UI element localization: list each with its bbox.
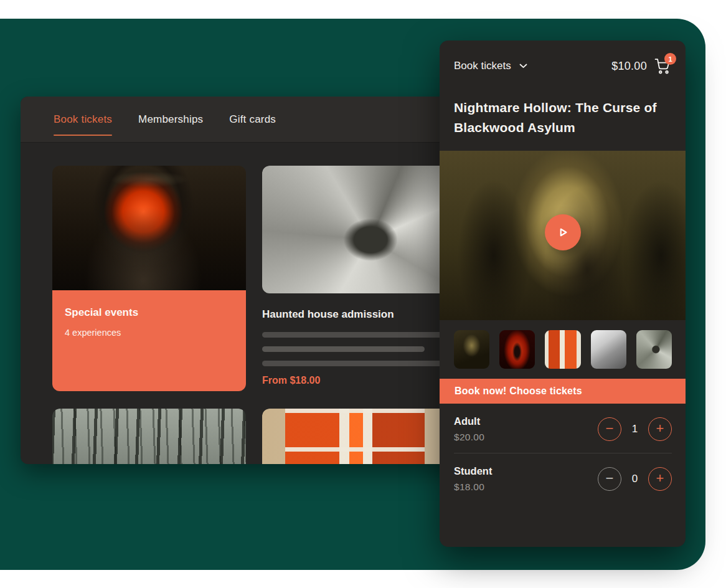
thumbnail-red-lit-doors[interactable] xyxy=(545,330,580,369)
cart-total: $10.00 xyxy=(611,60,647,73)
chevron-down-icon xyxy=(519,64,527,69)
decrease-quantity-button[interactable]: − xyxy=(598,467,621,491)
pumpkin-figure-image xyxy=(52,166,246,290)
quantity-value: 1 xyxy=(631,423,639,435)
ticket-info: Adult $20.00 xyxy=(454,415,484,443)
description-placeholder xyxy=(262,332,456,366)
skeleton-line xyxy=(262,332,456,338)
skeleton-line xyxy=(262,346,425,352)
ticket-name: Adult xyxy=(454,415,484,427)
increase-quantity-button[interactable]: + xyxy=(648,417,672,441)
page: Book tickets Memberships Gift cards Spec… xyxy=(0,0,726,588)
card-window-experience[interactable] xyxy=(262,409,456,464)
event-video xyxy=(440,151,686,320)
thumbnail-strip xyxy=(440,320,686,369)
quantity-value: 0 xyxy=(631,473,639,485)
cart-area: $10.00 1 xyxy=(611,58,671,74)
play-icon xyxy=(555,224,571,240)
tab-memberships[interactable]: Memberships xyxy=(138,113,203,126)
decrease-quantity-button[interactable]: − xyxy=(598,417,621,441)
increase-quantity-button[interactable]: + xyxy=(648,467,672,491)
card-haunted-house-admission[interactable]: Haunted house admission From $18.00 xyxy=(262,166,456,391)
cart-button[interactable]: 1 xyxy=(654,58,671,74)
card-special-events[interactable]: Special events 4 experiences xyxy=(52,166,246,391)
price-from-label: From $18.00 xyxy=(262,375,456,386)
ticket-list: Adult $20.00 − 1 + Student $18.00 − 0 + xyxy=(440,404,686,503)
ticket-name: Student xyxy=(454,465,492,477)
skeleton-line xyxy=(262,361,456,366)
card-title: Special events xyxy=(65,306,233,319)
tab-bar: Book tickets Memberships Gift cards xyxy=(21,97,473,143)
red-window-image xyxy=(262,409,456,464)
ticket-price: $20.00 xyxy=(454,432,484,443)
tab-gift-cards[interactable]: Gift cards xyxy=(229,113,276,126)
thumbnail-attic-room[interactable] xyxy=(591,330,626,369)
tab-book-tickets[interactable]: Book tickets xyxy=(54,113,112,126)
ticket-info: Student $18.00 xyxy=(454,465,492,493)
cart-count-badge: 1 xyxy=(664,53,676,65)
stairwell-image xyxy=(262,166,456,293)
ticket-price: $18.00 xyxy=(454,481,492,493)
experience-card-grid: Special events 4 experiences Haunted hou… xyxy=(21,143,456,464)
quantity-stepper: − 1 + xyxy=(598,417,672,441)
card-forest-experience[interactable] xyxy=(52,409,246,464)
card-subtitle: 4 experiences xyxy=(65,328,233,338)
quantity-stepper: − 0 + xyxy=(598,467,672,491)
special-events-info: Special events 4 experiences xyxy=(52,290,246,391)
event-title: Nightmare Hollow: The Curse of Blackwood… xyxy=(454,98,671,138)
thumbnail-spiral-stairwell[interactable] xyxy=(636,330,672,369)
book-now-banner: Book now! Choose tickets xyxy=(440,379,686,404)
ticket-row-adult: Adult $20.00 − 1 + xyxy=(454,404,672,453)
card-title: Haunted house admission xyxy=(262,308,456,321)
dropdown-label: Book tickets xyxy=(454,60,511,72)
thumbnail-red-doorway[interactable] xyxy=(499,330,535,369)
desktop-booking-widget: Book tickets Memberships Gift cards Spec… xyxy=(21,97,473,464)
thumbnail-zombies-group[interactable] xyxy=(454,330,489,369)
play-button[interactable] xyxy=(545,214,581,250)
book-tickets-dropdown[interactable]: Book tickets xyxy=(454,60,527,72)
ticket-row-student: Student $18.00 − 0 + xyxy=(454,453,672,503)
foggy-forest-image xyxy=(52,409,246,464)
mobile-header: Book tickets $10.00 1 xyxy=(440,40,686,74)
mobile-booking-widget: Book tickets $10.00 1 Nightmare Hollow: … xyxy=(440,40,686,547)
